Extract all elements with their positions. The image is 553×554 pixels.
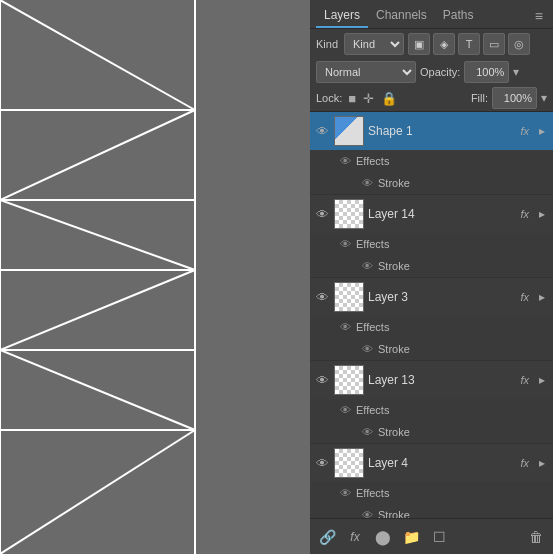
- layer-eye-layer3[interactable]: 👁: [314, 289, 330, 305]
- link-icon[interactable]: 🔗: [316, 526, 338, 548]
- folder-icon[interactable]: 📁: [400, 526, 422, 548]
- layer-sub-layer13: 👁 Effects 👁 Stroke: [310, 399, 553, 443]
- effects-eye-layer14[interactable]: 👁: [338, 237, 352, 251]
- thumb-content-shape1: [335, 117, 363, 145]
- layer-eye-layer4[interactable]: 👁: [314, 455, 330, 471]
- stroke-item-layer4[interactable]: 👁 Stroke: [310, 504, 553, 518]
- blend-mode-select[interactable]: Normal: [316, 61, 416, 83]
- stroke-label-layer4: Stroke: [378, 509, 410, 518]
- layer-fx-layer13[interactable]: fx: [520, 374, 529, 386]
- layer-eye-layer14[interactable]: 👁: [314, 206, 330, 222]
- layers-panel: Layers Channels Paths ≡ Kind Kind ▣ ◈ T …: [310, 0, 553, 554]
- stroke-eye-layer14[interactable]: 👁: [360, 259, 374, 273]
- opacity-arrow[interactable]: ▾: [513, 65, 519, 79]
- stroke-item-layer13[interactable]: 👁 Stroke: [310, 421, 553, 443]
- effects-item-shape1[interactable]: 👁 Effects: [310, 150, 553, 172]
- fill-label: Fill:: [471, 92, 488, 104]
- layer-thumb-shape1: [334, 116, 364, 146]
- tab-channels[interactable]: Channels: [368, 4, 435, 28]
- lock-move-icon[interactable]: ✛: [361, 90, 376, 107]
- stroke-label-layer3: Stroke: [378, 343, 410, 355]
- opacity-input[interactable]: 100%: [464, 61, 509, 83]
- smart-filter-icon[interactable]: ◎: [508, 33, 530, 55]
- stroke-item-layer14[interactable]: 👁 Stroke: [310, 255, 553, 277]
- type-filter-icon[interactable]: T: [458, 33, 480, 55]
- toolbar-kind-row: Kind Kind ▣ ◈ T ▭ ◎: [310, 29, 553, 59]
- stroke-eye-shape1[interactable]: 👁: [360, 176, 374, 190]
- layer-main-layer4[interactable]: 👁 Layer 4 fx ▸: [310, 444, 553, 482]
- lock-all-icon[interactable]: 🔒: [379, 90, 399, 107]
- stroke-eye-layer3[interactable]: 👁: [360, 342, 374, 356]
- lock-icons-group: ■ ✛ 🔒: [346, 90, 399, 107]
- stroke-eye-layer13[interactable]: 👁: [360, 425, 374, 439]
- layer-info-layer4: Layer 4: [368, 456, 516, 470]
- layer-item-layer4: 👁 Layer 4 fx ▸ 👁 Effects 👁 Stroke: [310, 444, 553, 518]
- stroke-item-layer3[interactable]: 👁 Stroke: [310, 338, 553, 360]
- fill-input[interactable]: [492, 87, 537, 109]
- layer-name-shape1: Shape 1: [368, 124, 516, 138]
- effects-item-layer14[interactable]: 👁 Effects: [310, 233, 553, 255]
- layer-info-layer13: Layer 13: [368, 373, 516, 387]
- pixel-filter-icon[interactable]: ▣: [408, 33, 430, 55]
- layer-name-layer14: Layer 14: [368, 207, 516, 221]
- effects-label-shape1: Effects: [356, 155, 389, 167]
- layer-fx-layer3[interactable]: fx: [520, 291, 529, 303]
- layer-fx-layer14[interactable]: fx: [520, 208, 529, 220]
- layer-fx-layer4[interactable]: fx: [520, 457, 529, 469]
- effects-eye-shape1[interactable]: 👁: [338, 154, 352, 168]
- adjustment-icon[interactable]: ⬤: [372, 526, 394, 548]
- new-layer-icon[interactable]: ☐: [428, 526, 450, 548]
- stroke-label-layer13: Stroke: [378, 426, 410, 438]
- panel-menu-icon[interactable]: ≡: [531, 6, 547, 26]
- effects-item-layer3[interactable]: 👁 Effects: [310, 316, 553, 338]
- layer-item-layer13: 👁 Layer 13 fx ▸ 👁 Effects 👁 Stroke: [310, 361, 553, 444]
- layer-thumb-layer13: [334, 365, 364, 395]
- layer-arrow-layer4: ▸: [539, 456, 545, 470]
- layer-name-layer4: Layer 4: [368, 456, 516, 470]
- effects-eye-layer13[interactable]: 👁: [338, 403, 352, 417]
- layer-main-layer3[interactable]: 👁 Layer 3 fx ▸: [310, 278, 553, 316]
- layer-main-shape1[interactable]: 👁 Shape 1 fx ▸: [310, 112, 553, 150]
- layer-thumb-layer14: [334, 199, 364, 229]
- layer-main-layer13[interactable]: 👁 Layer 13 fx ▸: [310, 361, 553, 399]
- layer-sub-layer4: 👁 Effects 👁 Stroke: [310, 482, 553, 518]
- layer-info-layer3: Layer 3: [368, 290, 516, 304]
- effects-label-layer13: Effects: [356, 404, 389, 416]
- layer-info-layer14: Layer 14: [368, 207, 516, 221]
- fx-icon[interactable]: fx: [344, 526, 366, 548]
- stroke-label-layer14: Stroke: [378, 260, 410, 272]
- effects-item-layer4[interactable]: 👁 Effects: [310, 482, 553, 504]
- lock-label: Lock:: [316, 92, 342, 104]
- kind-select[interactable]: Kind: [344, 33, 404, 55]
- canvas-area: [0, 0, 310, 554]
- stroke-eye-layer4[interactable]: 👁: [360, 508, 374, 518]
- panel-tabs: Layers Channels Paths: [316, 4, 481, 28]
- thumb-content-layer13: [335, 366, 363, 394]
- layer-eye-layer13[interactable]: 👁: [314, 372, 330, 388]
- toolbar-lock-row: Lock: ■ ✛ 🔒 Fill: ▾: [310, 85, 553, 112]
- shape-filter-icon[interactable]: ▭: [483, 33, 505, 55]
- adjustment-filter-icon[interactable]: ◈: [433, 33, 455, 55]
- layer-eye-shape1[interactable]: 👁: [314, 123, 330, 139]
- trash-icon[interactable]: 🗑: [525, 526, 547, 548]
- effects-label-layer4: Effects: [356, 487, 389, 499]
- layer-sub-shape1: 👁 Effects 👁 Stroke: [310, 150, 553, 194]
- toolbar-blend-row: Normal Opacity: 100% ▾: [310, 59, 553, 85]
- layer-arrow-layer3: ▸: [539, 290, 545, 304]
- layer-arrow-layer14: ▸: [539, 207, 545, 221]
- layer-item-layer3: 👁 Layer 3 fx ▸ 👁 Effects 👁 Stroke: [310, 278, 553, 361]
- tab-layers[interactable]: Layers: [316, 4, 368, 28]
- lock-pixels-icon[interactable]: ■: [346, 90, 358, 107]
- effects-eye-layer3[interactable]: 👁: [338, 320, 352, 334]
- effects-label-layer14: Effects: [356, 238, 389, 250]
- stroke-item-shape1[interactable]: 👁 Stroke: [310, 172, 553, 194]
- effects-item-layer13[interactable]: 👁 Effects: [310, 399, 553, 421]
- layer-main-layer14[interactable]: 👁 Layer 14 fx ▸: [310, 195, 553, 233]
- layer-fx-shape1[interactable]: fx: [520, 125, 529, 137]
- effects-eye-layer4[interactable]: 👁: [338, 486, 352, 500]
- fill-arrow[interactable]: ▾: [541, 91, 547, 105]
- layer-arrow-shape1: ▸: [539, 124, 545, 138]
- tab-paths[interactable]: Paths: [435, 4, 482, 28]
- toolbar-filter-icons: ▣ ◈ T ▭ ◎: [408, 33, 530, 55]
- layer-name-layer13: Layer 13: [368, 373, 516, 387]
